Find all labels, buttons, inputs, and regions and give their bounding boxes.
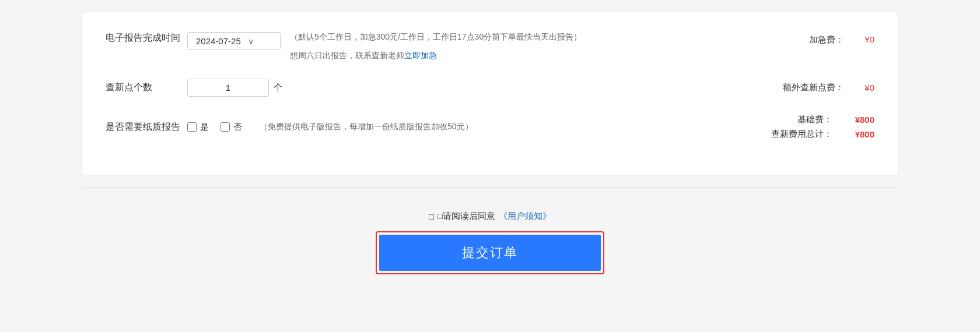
urgent-link[interactable]: 立即加急 bbox=[404, 51, 437, 60]
paper-label: 是否需要纸质报告 bbox=[106, 121, 187, 133]
agree-text: □请阅读后同意 bbox=[438, 211, 495, 222]
paper-yes-checkbox[interactable] bbox=[187, 122, 197, 132]
total-fee-value: ¥800 bbox=[839, 129, 874, 139]
paper-yes-option[interactable]: 是 bbox=[187, 122, 209, 133]
paper-yes-label: 是 bbox=[200, 122, 209, 133]
paper-hint: （免费提供电子版报告，每增加一份纸质版报告加收50元） bbox=[260, 122, 473, 132]
base-fee-label: 基础费： bbox=[797, 114, 832, 125]
totals-section: 基础费： ¥800 查新费用总计： ¥800 bbox=[771, 114, 874, 140]
date-label: 电子报告完成时间 bbox=[106, 32, 187, 44]
date-hint-sub: 想周六日出报告，联系查新老师立即加急 bbox=[290, 51, 582, 61]
paper-no-option[interactable]: 否 bbox=[220, 122, 242, 133]
user-notice-link[interactable]: 《用户须知》 bbox=[499, 211, 551, 222]
section-divider bbox=[82, 187, 898, 188]
paper-no-label: 否 bbox=[233, 122, 242, 133]
date-hint-main: （默认5个工作日，加急300元/工作日，工作日17点30分前下单最快当天出报告） bbox=[290, 32, 582, 43]
paper-no-checkbox[interactable] bbox=[220, 122, 230, 132]
paper-checkbox-group: 是 否 （免费提供电子版报告，每增加一份纸质版报告加收50元） bbox=[187, 122, 473, 133]
date-row: 电子报告完成时间 2024-07-25 ∨ （默认5个工作日，加急300元/工作… bbox=[106, 30, 874, 61]
base-fee-row: 基础费： ¥800 bbox=[797, 114, 874, 125]
order-form-card: 电子报告完成时间 2024-07-25 ∨ （默认5个工作日，加急300元/工作… bbox=[82, 12, 898, 175]
date-picker[interactable]: 2024-07-25 ∨ bbox=[187, 32, 281, 50]
qty-unit: 个 bbox=[274, 82, 282, 93]
base-fee-value: ¥800 bbox=[839, 115, 874, 125]
paper-row: 是否需要纸质报告 是 否 （免费提供电子版报告，每增加一份纸质版报告加收50元）… bbox=[106, 114, 874, 140]
agree-checkbox-icon[interactable]: □ bbox=[429, 211, 434, 221]
date-hint-sub-prefix: 想周六日出报告，联系查新老师 bbox=[290, 51, 404, 60]
date-value: 2024-07-25 bbox=[196, 36, 241, 46]
agree-row: □ □请阅读后同意 《用户须知》 bbox=[429, 211, 551, 222]
qty-input[interactable] bbox=[187, 79, 269, 97]
urgent-fee-value: ¥0 bbox=[851, 34, 874, 44]
chevron-down-icon: ∨ bbox=[248, 37, 254, 46]
total-fee-row: 查新费用总计： ¥800 bbox=[771, 129, 874, 140]
extra-fee-label: 额外查新点费： bbox=[783, 82, 844, 93]
submit-btn-wrapper: 提交订单 bbox=[376, 231, 604, 274]
urgent-fee-group: 加急费： ¥0 bbox=[809, 32, 874, 45]
date-hint-block: （默认5个工作日，加急300元/工作日，工作日17点30分前下单最快当天出报告）… bbox=[290, 32, 582, 61]
extra-fee-group: 额外查新点费： ¥0 bbox=[783, 82, 874, 93]
bottom-section: □ □请阅读后同意 《用户须知》 提交订单 bbox=[376, 199, 604, 280]
total-fee-label: 查新费用总计： bbox=[771, 129, 832, 140]
urgent-fee-label: 加急费： bbox=[809, 34, 844, 45]
submit-button[interactable]: 提交订单 bbox=[379, 235, 601, 271]
qty-row: 查新点个数 个 额外查新点费： ¥0 bbox=[106, 79, 874, 97]
extra-fee-value: ¥0 bbox=[851, 83, 874, 93]
qty-label: 查新点个数 bbox=[106, 82, 187, 94]
